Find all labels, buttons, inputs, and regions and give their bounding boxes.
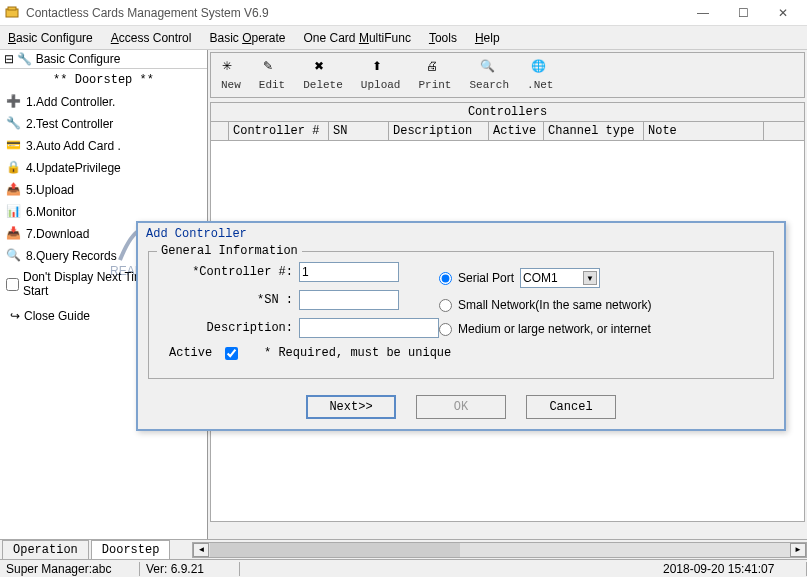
toolbar-net[interactable]: 🌐.Net bbox=[521, 57, 559, 93]
col-note[interactable]: Note bbox=[644, 122, 764, 140]
active-label: Active bbox=[159, 346, 219, 360]
menu-one-card-multifunc[interactable]: One Card MultiFunc bbox=[304, 31, 411, 45]
medium-network-radio[interactable] bbox=[439, 323, 452, 336]
scroll-right-button[interactable]: ► bbox=[790, 543, 806, 557]
col-description[interactable]: Description bbox=[389, 122, 489, 140]
menu-basic-operate[interactable]: Basic Operate bbox=[209, 31, 285, 45]
col-controller-[interactable]: Controller # bbox=[229, 122, 329, 140]
serial-radio[interactable] bbox=[439, 272, 452, 285]
sidebar-item-3[interactable]: 💳3.Auto Add Card . bbox=[0, 135, 207, 157]
general-info-fieldset: General Information *Controller #: *SN :… bbox=[148, 251, 774, 379]
menu-bar: Basic ConfigureAccess ControlBasic Opera… bbox=[0, 26, 807, 50]
maximize-button[interactable]: ☐ bbox=[723, 1, 763, 25]
sidebar-icon: 📥 bbox=[6, 226, 22, 242]
dialog-button-row: Next>> OK Cancel bbox=[138, 385, 784, 429]
dialog-title: Add Controller bbox=[138, 223, 784, 245]
required-note: * Required, must be unique bbox=[264, 346, 451, 360]
sidebar-item-6[interactable]: 📊6.Monitor bbox=[0, 201, 207, 223]
sidebar-subheader: ** Doorstep ** bbox=[0, 69, 207, 91]
upload-icon: ⬆ bbox=[372, 59, 390, 77]
.net-icon: 🌐 bbox=[531, 59, 549, 77]
col-channel-type[interactable]: Channel type bbox=[544, 122, 644, 140]
sidebar-icon: ➕ bbox=[6, 94, 22, 110]
desc-label: Description: bbox=[159, 321, 299, 335]
horizontal-scrollbar[interactable]: ◄ ► bbox=[192, 542, 807, 558]
arrow-icon: ↪ bbox=[10, 309, 20, 323]
status-datetime: 2018-09-20 15:41:07 bbox=[657, 562, 807, 576]
sidebar-item-5[interactable]: 📤5.Upload bbox=[0, 179, 207, 201]
small-network-radio[interactable] bbox=[439, 299, 452, 312]
minimize-button[interactable]: — bbox=[683, 1, 723, 25]
table-title: Controllers bbox=[211, 103, 804, 122]
delete-icon: ✖ bbox=[314, 59, 332, 77]
sidebar-item-1[interactable]: ➕1.Add Controller. bbox=[0, 91, 207, 113]
status-bar: Super Manager:abc Ver: 6.9.21 2018-09-20… bbox=[0, 559, 807, 577]
scroll-thumb[interactable] bbox=[210, 543, 460, 557]
serial-radio-row[interactable]: Serial Port COM1 ▼ bbox=[439, 268, 651, 288]
fieldset-legend: General Information bbox=[157, 244, 302, 258]
sidebar-item-2[interactable]: 🔧2.Test Controller bbox=[0, 113, 207, 135]
print-icon: 🖨 bbox=[426, 59, 444, 77]
medium-network-radio-row[interactable]: Medium or large network, or internet bbox=[439, 322, 651, 336]
edit-icon: ✎ bbox=[263, 59, 281, 77]
status-version: Ver: 6.9.21 bbox=[140, 562, 240, 576]
search-icon: 🔍 bbox=[480, 59, 498, 77]
scroll-left-button[interactable]: ◄ bbox=[193, 543, 209, 557]
table-header-row: Controller #SNDescriptionActiveChannel t… bbox=[211, 122, 804, 141]
connection-radios: Serial Port COM1 ▼ Small Network(In the … bbox=[439, 268, 651, 346]
sn-label: *SN : bbox=[159, 293, 299, 307]
title-bar: Contactless Cards Management System V6.9… bbox=[0, 0, 807, 26]
sidebar-icon: 🔍 bbox=[6, 248, 22, 264]
toolbar-edit[interactable]: ✎Edit bbox=[253, 57, 291, 93]
tab-operation[interactable]: Operation bbox=[2, 540, 89, 559]
toolbar-search[interactable]: 🔍Search bbox=[463, 57, 515, 93]
sidebar-icon: 💳 bbox=[6, 138, 22, 154]
active-checkbox[interactable] bbox=[225, 347, 238, 360]
sn-input[interactable] bbox=[299, 290, 399, 310]
sidebar-icon: 📤 bbox=[6, 182, 22, 198]
sidebar-icon: 🔒 bbox=[6, 160, 22, 176]
status-user: Super Manager:abc bbox=[0, 562, 140, 576]
sidebar-icon: 🔧 bbox=[6, 116, 22, 132]
menu-basic-configure[interactable]: Basic Configure bbox=[8, 31, 93, 45]
menu-access-control[interactable]: Access Control bbox=[111, 31, 192, 45]
desc-input[interactable] bbox=[299, 318, 439, 338]
sidebar-icon: 📊 bbox=[6, 204, 22, 220]
cancel-button[interactable]: Cancel bbox=[526, 395, 616, 419]
toolbar-delete[interactable]: ✖Delete bbox=[297, 57, 349, 93]
col-sn[interactable]: SN bbox=[329, 122, 389, 140]
row-marker-col bbox=[211, 122, 229, 140]
svg-rect-1 bbox=[8, 7, 16, 10]
tab-doorstep[interactable]: Doorstep bbox=[91, 540, 171, 559]
col-active[interactable]: Active bbox=[489, 122, 544, 140]
menu-help[interactable]: Help bbox=[475, 31, 500, 45]
controller-label: *Controller #: bbox=[159, 265, 299, 279]
toolbar-upload[interactable]: ⬆Upload bbox=[355, 57, 407, 93]
sidebar-header: ⊟ 🔧 Basic Configure bbox=[0, 50, 207, 69]
no-display-check[interactable] bbox=[6, 278, 19, 291]
next-button[interactable]: Next>> bbox=[306, 395, 396, 419]
bottom-tabs: Operation Doorstep ◄ ► bbox=[0, 539, 807, 559]
controller-input[interactable] bbox=[299, 262, 399, 282]
sidebar-item-4[interactable]: 🔒4.UpdatePrivilege bbox=[0, 157, 207, 179]
small-network-radio-row[interactable]: Small Network(In the same network) bbox=[439, 298, 651, 312]
active-row: Active * Required, must be unique bbox=[159, 346, 763, 360]
app-icon bbox=[4, 5, 20, 21]
window-title: Contactless Cards Management System V6.9 bbox=[26, 6, 683, 20]
new-icon: ✳ bbox=[222, 59, 240, 77]
com-port-combo[interactable]: COM1 ▼ bbox=[520, 268, 600, 288]
chevron-down-icon[interactable]: ▼ bbox=[583, 271, 597, 285]
add-controller-dialog: Add Controller General Information *Cont… bbox=[136, 221, 786, 431]
close-button[interactable]: ✕ bbox=[763, 1, 803, 25]
toolbar-print[interactable]: 🖨Print bbox=[412, 57, 457, 93]
menu-tools[interactable]: Tools bbox=[429, 31, 457, 45]
toolbar-new[interactable]: ✳New bbox=[215, 57, 247, 93]
ok-button[interactable]: OK bbox=[416, 395, 506, 419]
toolbar: ✳New✎Edit✖Delete⬆Upload🖨Print🔍Search🌐.Ne… bbox=[210, 52, 805, 98]
